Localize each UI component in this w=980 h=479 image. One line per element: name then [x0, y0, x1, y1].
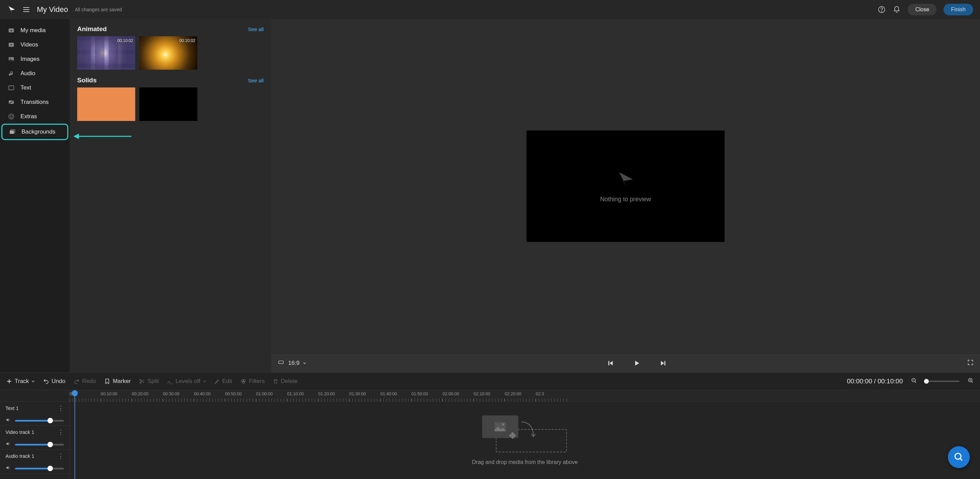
section-title-solids: Solids	[77, 77, 97, 84]
add-track-button[interactable]: Track	[6, 378, 35, 385]
menu-button[interactable]	[23, 7, 30, 12]
sidebar-item-videos[interactable]: Videos	[2, 38, 68, 52]
volume-icon[interactable]	[5, 417, 11, 424]
svg-point-10	[12, 116, 13, 117]
backgrounds-icon	[8, 128, 16, 136]
track-menu-button[interactable]: ⋮	[58, 428, 64, 436]
save-status: All changes are saved	[75, 7, 122, 12]
transition-icon	[8, 98, 15, 106]
ruler-tick: 02:3	[536, 390, 567, 401]
track-head-text-1: Text 1⋮	[0, 402, 69, 426]
ruler-tick: 00:50:00	[225, 390, 256, 401]
see-all-solids[interactable]: See all	[248, 78, 264, 83]
aspect-label: 16:9	[288, 360, 299, 367]
track-name: Text 1	[5, 406, 19, 411]
delete-button[interactable]: Delete	[273, 378, 298, 385]
library-panel: Animated See all 00:10:02 00:10:02 Solid…	[70, 19, 271, 372]
volume-slider[interactable]	[15, 468, 64, 469]
solid-thumb-black[interactable]	[139, 88, 197, 121]
solid-thumb-orange[interactable]	[77, 88, 135, 121]
close-button[interactable]: Close	[908, 4, 937, 15]
sidebar-item-audio[interactable]: Audio	[2, 66, 68, 81]
svg-rect-16	[664, 361, 665, 365]
track-name: Audio track 1	[5, 453, 35, 459]
sidebar-item-my-media[interactable]: My media	[2, 23, 68, 38]
undo-button[interactable]: Undo	[43, 378, 65, 385]
track-menu-button[interactable]: ⋮	[58, 404, 64, 412]
svg-point-9	[10, 116, 11, 117]
svg-point-5	[10, 58, 11, 59]
ruler-tick: 00:30:00	[163, 390, 194, 401]
ruler-tick: 00:40:00	[194, 390, 225, 401]
aspect-ratio-selector[interactable]: 16:9	[277, 360, 306, 367]
ruler-tick: 01:20:00	[318, 390, 349, 401]
sidebar: My media Videos Images Audio Text Transi…	[0, 19, 70, 372]
preview-logo-icon	[615, 170, 636, 189]
sidebar-item-text[interactable]: Text	[2, 81, 68, 95]
zoom-in-button[interactable]	[968, 378, 974, 385]
skip-back-button[interactable]	[607, 359, 614, 367]
track-head-video-1: Video track 1⋮	[0, 426, 69, 450]
skip-forward-button[interactable]	[659, 359, 667, 367]
bell-icon[interactable]	[892, 5, 901, 14]
sidebar-item-images[interactable]: Images	[2, 52, 68, 66]
svg-point-26	[955, 453, 961, 460]
track-head-audio-1: Audio track 1⋮	[0, 450, 69, 474]
finish-button[interactable]: Finish	[943, 4, 973, 15]
ruler-tick: 02:20:00	[505, 390, 536, 401]
fullscreen-button[interactable]	[967, 359, 974, 367]
track-name: Video track 1	[5, 430, 34, 435]
animated-thumb-1[interactable]: 00:10:02	[77, 36, 135, 70]
svg-point-25	[502, 423, 504, 426]
preview-empty-text: Nothing to preview	[600, 196, 651, 203]
svg-rect-14	[278, 361, 283, 364]
app-logo[interactable]	[7, 5, 16, 14]
sidebar-item-extras[interactable]: Extras	[2, 109, 68, 124]
filters-button[interactable]: Filters	[240, 378, 265, 385]
music-note-icon	[8, 70, 15, 77]
drop-text: Drag and drop media from the library abo…	[472, 459, 578, 465]
preview-canvas: Nothing to preview	[271, 19, 980, 353]
levels-button[interactable]: Levels off	[167, 378, 206, 385]
ruler-tick: 02:00:00	[442, 390, 474, 401]
ruler-tick: 00:20:00	[132, 390, 163, 401]
redo-button[interactable]: Redo	[74, 378, 96, 385]
help-fab[interactable]	[948, 446, 970, 468]
timeline-body[interactable]: 0000:10:0000:20:0000:30:0000:40:0000:50:…	[70, 390, 980, 479]
ruler-tick: 00:10:00	[101, 390, 132, 401]
volume-icon[interactable]	[5, 441, 11, 448]
track-menu-button[interactable]: ⋮	[58, 452, 64, 460]
play-button[interactable]	[633, 359, 641, 367]
sidebar-item-label: Audio	[21, 70, 35, 77]
edit-button[interactable]: Edit	[215, 378, 232, 385]
sidebar-item-backgrounds[interactable]: Backgrounds	[2, 124, 68, 140]
help-icon[interactable]	[878, 5, 886, 14]
animated-thumb-2[interactable]: 00:10:02	[139, 36, 197, 70]
timecode: 00:00:00 / 00:10:00	[847, 378, 903, 385]
sidebar-item-label: Backgrounds	[22, 128, 55, 135]
ruler-tick: 01:00:00	[256, 390, 287, 401]
ruler[interactable]: 0000:10:0000:20:0000:30:0000:40:0000:50:…	[70, 390, 980, 402]
see-all-animated[interactable]: See all	[248, 26, 264, 32]
playhead[interactable]	[75, 390, 75, 479]
zoom-slider[interactable]	[925, 381, 959, 382]
sidebar-item-transitions[interactable]: Transitions	[2, 95, 68, 109]
section-title-animated: Animated	[77, 25, 107, 33]
sidebar-item-label: Images	[21, 56, 40, 62]
split-button[interactable]: Split	[139, 378, 159, 385]
volume-slider[interactable]	[15, 420, 64, 422]
drop-illustration	[482, 415, 568, 453]
zoom-out-button[interactable]	[911, 378, 917, 385]
volume-slider[interactable]	[15, 444, 64, 445]
sidebar-item-label: My media	[21, 27, 46, 34]
volume-icon[interactable]	[5, 465, 11, 472]
duration-badge: 00:10:02	[179, 38, 195, 43]
sidebar-item-label: Text	[21, 85, 31, 91]
marker-button[interactable]: Marker	[104, 378, 131, 385]
ruler-tick: 01:10:00	[287, 390, 318, 401]
text-icon	[8, 84, 15, 91]
star-folder-icon	[8, 27, 15, 34]
project-title[interactable]: My Video	[37, 5, 68, 14]
play-box-icon	[8, 41, 15, 48]
ruler-tick: 02:10:00	[474, 390, 505, 401]
